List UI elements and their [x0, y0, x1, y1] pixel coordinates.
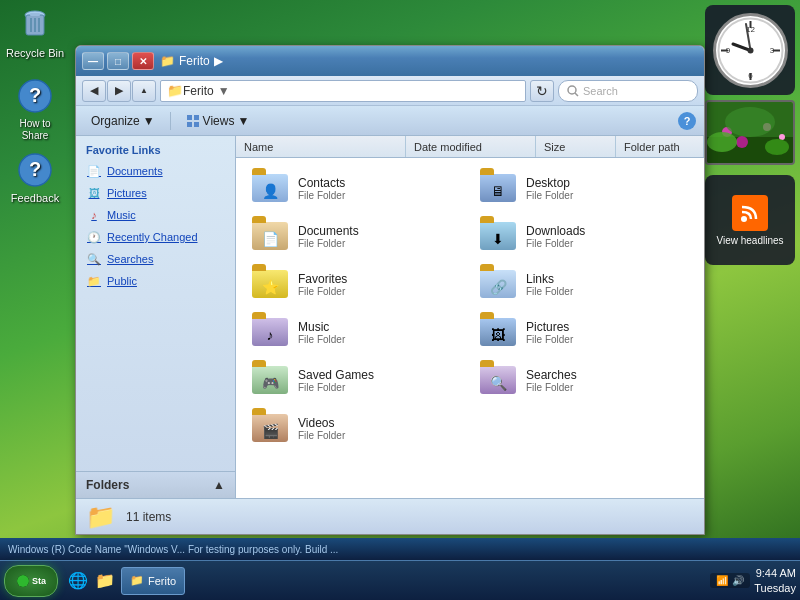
svg-text:3: 3 — [769, 46, 774, 55]
column-headers: Name Date modified Size Folder path — [236, 136, 704, 158]
col-name[interactable]: Name — [236, 136, 406, 157]
folder-body: 🔗 — [480, 270, 516, 298]
window-controls: — □ ✕ — [82, 52, 154, 70]
folder-body: ⭐ — [252, 270, 288, 298]
col-size[interactable]: Size — [536, 136, 616, 157]
minimize-button[interactable]: — — [82, 52, 104, 70]
address-text: Ferito — [183, 84, 214, 98]
svg-text:?: ? — [29, 158, 41, 180]
up-button[interactable]: ▲ — [132, 80, 156, 102]
svg-point-28 — [725, 107, 775, 137]
search-placeholder: Search — [583, 85, 618, 97]
howto-share-icon[interactable]: ? How to Share — [5, 76, 65, 142]
back-button[interactable]: ◀ — [82, 80, 106, 102]
breadcrumb-text: Ferito — [179, 54, 210, 68]
svg-text:9: 9 — [725, 46, 730, 55]
file-item[interactable]: 🖼 Pictures File Folder — [472, 310, 696, 354]
recycle-bin-label: Recycle Bin — [6, 47, 64, 59]
svg-point-29 — [707, 132, 737, 152]
file-type: File Folder — [298, 238, 359, 249]
rss-widget[interactable]: View headlines — [705, 175, 795, 265]
col-date-modified[interactable]: Date modified — [406, 136, 536, 157]
sidebar-docs-label: Documents — [107, 165, 163, 177]
file-name: Favorites — [298, 272, 347, 286]
forward-button[interactable]: ▶ — [107, 80, 131, 102]
file-type: File Folder — [298, 190, 345, 201]
file-info: Pictures File Folder — [526, 320, 573, 345]
file-name: Documents — [298, 224, 359, 238]
file-type: File Folder — [298, 430, 345, 441]
file-item[interactable]: ♪ Music File Folder — [244, 310, 468, 354]
svg-rect-37 — [194, 122, 199, 127]
vista-status-text: Windows (R) Code Name "Windows V... For … — [8, 544, 338, 555]
refresh-button[interactable]: ↻ — [530, 80, 554, 102]
file-item[interactable]: 🎮 Saved Games File Folder — [244, 358, 468, 402]
music-icon: ♪ — [86, 207, 102, 223]
views-button[interactable]: Views ▼ — [179, 111, 257, 131]
file-item[interactable]: 🔍 Searches File Folder — [472, 358, 696, 402]
svg-text:Start: Start — [32, 576, 46, 586]
file-name: Searches — [526, 368, 577, 382]
file-item[interactable]: 🖥 Desktop File Folder — [472, 166, 696, 210]
folders-collapse-icon: ▲ — [213, 478, 225, 492]
taskbar-ferito-item[interactable]: 📁 Ferito — [121, 567, 185, 595]
address-input[interactable]: 📁 Ferito ▼ — [160, 80, 526, 102]
feedback-icon[interactable]: ? Feedback — [5, 150, 65, 204]
file-panel: Name Date modified Size Folder path 👤 Co… — [236, 136, 704, 498]
svg-point-31 — [741, 216, 747, 222]
recent-icon: 🕐 — [86, 229, 102, 245]
public-icon: 📁 — [86, 273, 102, 289]
start-button[interactable]: Start — [4, 565, 58, 597]
maximize-button[interactable]: □ — [107, 52, 129, 70]
sidebar-item-recently-changed[interactable]: 🕐 Recently Changed — [76, 226, 235, 248]
file-name: Saved Games — [298, 368, 374, 382]
folder-overlay: 🎮 — [254, 372, 286, 394]
tray-network-icon: 📶 — [716, 575, 728, 586]
rss-label: View headlines — [716, 235, 783, 246]
help-button[interactable]: ? — [678, 112, 696, 130]
folder-icon: 🎬 — [250, 410, 290, 446]
svg-line-33 — [575, 93, 578, 96]
title-bar: — □ ✕ 📁 Ferito ▶ — [76, 46, 704, 76]
folder-overlay: 👤 — [254, 180, 286, 202]
sidebar-item-music[interactable]: ♪ Music — [76, 204, 235, 226]
organize-label: Organize — [91, 114, 140, 128]
tray-volume-icon: 🔊 — [732, 575, 744, 586]
file-item[interactable]: 📄 Documents File Folder — [244, 214, 468, 258]
file-item[interactable]: ⬇ Downloads File Folder — [472, 214, 696, 258]
folders-header[interactable]: Folders ▲ — [76, 472, 235, 498]
organize-button[interactable]: Organize ▼ — [84, 111, 162, 131]
sidebar-pics-label: Pictures — [107, 187, 147, 199]
sidebar-item-pictures[interactable]: 🖼 Pictures — [76, 182, 235, 204]
folder-body: 🖥 — [480, 174, 516, 202]
folder-body: 👤 — [252, 174, 288, 202]
folder-overlay: 🎬 — [254, 420, 286, 442]
folder-body: 🖼 — [480, 318, 516, 346]
svg-point-32 — [568, 86, 576, 94]
folder-body: ♪ — [252, 318, 288, 346]
recycle-bin-icon[interactable]: Recycle Bin — [5, 5, 65, 59]
sidebar-item-public[interactable]: 📁 Public — [76, 270, 235, 292]
file-info: Videos File Folder — [298, 416, 345, 441]
folder-icon: ♪ — [250, 314, 290, 350]
file-item[interactable]: ⭐ Favorites File Folder — [244, 262, 468, 306]
file-info: Documents File Folder — [298, 224, 359, 249]
feedback-label: Feedback — [11, 192, 59, 204]
file-list: 👤 Contacts File Folder 🖥 Desktop File Fo… — [236, 158, 704, 498]
sidebar-recent-label: Recently Changed — [107, 231, 198, 243]
folder-launch[interactable]: 📁 — [93, 569, 117, 593]
folder-icon: 🎮 — [250, 362, 290, 398]
search-box[interactable]: Search — [558, 80, 698, 102]
file-info: Downloads File Folder — [526, 224, 585, 249]
internet-explorer-launch[interactable]: 🌐 — [66, 569, 90, 593]
file-item[interactable]: 👤 Contacts File Folder — [244, 166, 468, 210]
close-button[interactable]: ✕ — [132, 52, 154, 70]
sidebar-public-label: Public — [107, 275, 137, 287]
sidebar-item-documents[interactable]: 📄 Documents — [76, 160, 235, 182]
file-item[interactable]: 🎬 Videos File Folder — [244, 406, 468, 450]
sidebar-item-searches[interactable]: 🔍 Searches — [76, 248, 235, 270]
file-item[interactable]: 🔗 Links File Folder — [472, 262, 696, 306]
col-folder-path[interactable]: Folder path — [616, 136, 704, 157]
folder-overlay: 🔍 — [482, 372, 514, 394]
file-type: File Folder — [298, 334, 345, 345]
